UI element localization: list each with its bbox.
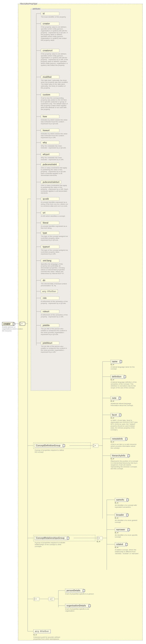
- card: 0..∞: [111, 364, 114, 366]
- attr-id[interactable]: id: [41, 12, 59, 15]
- attr-xmllang[interactable]: xml:lang: [41, 259, 59, 262]
- attr-roleuri[interactable]: roleuri: [41, 310, 59, 313]
- el-name[interactable]: name+: [111, 360, 121, 363]
- attr-pubconstrainturi[interactable]: pubconstrainturi: [41, 180, 61, 184]
- choice-spine: [58, 590, 59, 607]
- desc: A set of properties specific to an organ…: [65, 608, 97, 612]
- card: 0..∞: [111, 417, 114, 419]
- root-element-creator[interactable]: creator −: [2, 322, 14, 326]
- desc: A related concept, where the relationshi…: [115, 549, 142, 554]
- expand-icon[interactable]: +: [126, 514, 128, 516]
- el-remoteinfo[interactable]: remoteInfo+: [111, 437, 126, 440]
- attr-dir[interactable]: dir: [41, 278, 59, 282]
- group-concept-definition[interactable]: ConceptDefinitionGroup −: [35, 444, 64, 447]
- el-broader[interactable]: broader+: [115, 513, 127, 517]
- attr-custom[interactable]: custom: [41, 93, 59, 96]
- attr-pubconstraint-desc: One or many constraints that apply to pu…: [41, 167, 68, 176]
- attr-type[interactable]: type: [41, 231, 59, 235]
- el-note[interactable]: note+: [111, 396, 120, 400]
- connector: [36, 50, 41, 51]
- expand-icon[interactable]: +: [127, 528, 130, 531]
- attr-dir-desc: The directionality of textual content (e…: [41, 283, 68, 286]
- expand-icon[interactable]: +: [126, 498, 129, 501]
- el-organisationdetails[interactable]: organisationDetails+: [65, 604, 90, 608]
- connector: [36, 223, 41, 223]
- any-other-element[interactable]: any ##other: [34, 630, 51, 633]
- desc: An identifier of a concept with equivale…: [115, 504, 142, 508]
- attr-why[interactable]: why: [41, 141, 59, 144]
- el-related[interactable]: related+: [115, 542, 127, 546]
- attr-howuri[interactable]: howuri: [41, 128, 59, 132]
- attributes-heading: attributes: [32, 8, 41, 10]
- attr-qcode[interactable]: qcode: [41, 197, 59, 201]
- expand-icon[interactable]: +: [83, 589, 85, 592]
- main-sequence: [19, 322, 25, 326]
- connector: [36, 94, 41, 95]
- attr-jobtitleuri[interactable]: jobtitleuri: [41, 341, 59, 345]
- details-choice: [48, 597, 54, 601]
- attr-whyuri-desc: Why the metadata has been included - exp…: [41, 157, 68, 160]
- attr-jobtitle-desc: The job title of the person who created …: [41, 328, 68, 335]
- desc: An identifier of a more specific concept…: [115, 534, 142, 538]
- el-definition[interactable]: definition+: [111, 375, 125, 378]
- collapse-icon[interactable]: −: [63, 444, 65, 447]
- connector: [28, 446, 34, 446]
- desc: Represents the position of a concept in …: [111, 460, 138, 470]
- connector: [28, 631, 34, 632]
- el-hierarchyinfo[interactable]: hierarchyInfo+: [111, 454, 129, 458]
- attr-creatoruri[interactable]: creatoruri: [41, 49, 59, 52]
- expand-icon[interactable]: +: [127, 454, 130, 457]
- cr-sequence: [97, 536, 103, 540]
- details-sequence: [34, 597, 39, 601]
- connector: [36, 164, 41, 164]
- expand-icon[interactable]: +: [124, 376, 126, 378]
- expand-icon[interactable]: +: [88, 604, 91, 607]
- connector: [36, 130, 41, 130]
- attr-modified-desc: The date (and, optionally, the time) whe…: [41, 80, 68, 89]
- connector: [36, 142, 41, 143]
- connector: [107, 515, 115, 515]
- attr-roleuri-desc: A refinement of the semantics of the pro…: [41, 314, 68, 318]
- attr-jobtitle[interactable]: jobtitle: [41, 324, 59, 327]
- card: 0..∞: [34, 634, 37, 636]
- attr-creator[interactable]: creator: [41, 22, 59, 26]
- el-sameas[interactable]: sameAs+: [115, 498, 128, 502]
- attr-typeuri[interactable]: typeuri: [41, 245, 59, 248]
- attr-modified[interactable]: modified: [41, 75, 59, 79]
- connector: [102, 415, 111, 415]
- attr-role[interactable]: role: [41, 296, 59, 300]
- el-narrower[interactable]: narrower+: [115, 528, 129, 532]
- connector: [102, 376, 111, 377]
- desc: In NAR 1.8 and later, facet is deprecate…: [111, 420, 138, 431]
- connector: [36, 14, 41, 14]
- expand-icon[interactable]: +: [125, 438, 127, 440]
- attr-any-other[interactable]: any ##other: [41, 290, 58, 293]
- connector: [39, 599, 48, 599]
- collapse-icon[interactable]: −: [67, 537, 69, 539]
- attr-pubconstraint[interactable]: pubconstraint: [41, 163, 59, 166]
- connector: [36, 233, 41, 233]
- expand-icon[interactable]: +: [119, 397, 121, 399]
- attr-literal[interactable]: literal: [41, 221, 59, 224]
- connector: [14, 324, 19, 324]
- group-desc: A group of properties required to define…: [35, 449, 66, 453]
- connector: [102, 439, 111, 439]
- connector: [98, 446, 102, 446]
- expand-icon[interactable]: +: [120, 360, 122, 363]
- collapse-icon[interactable]: −: [13, 323, 15, 325]
- connector: [25, 324, 28, 324]
- expand-icon[interactable]: +: [119, 414, 121, 416]
- attr-qcode-desc: A concept identifier expressed as a stri…: [41, 201, 68, 207]
- group-concept-relationships[interactable]: ConceptRelationshipsGroup −: [35, 536, 68, 540]
- attr-whyuri[interactable]: whyuri: [41, 152, 59, 156]
- connector: [36, 247, 41, 247]
- el-facet[interactable]: facet+: [111, 413, 120, 417]
- attr-uri-desc: A URI which identifies a concept.: [41, 215, 68, 217]
- attr-uri[interactable]: uri: [41, 211, 59, 214]
- attr-custom-desc: If set to true the corresponding propert…: [41, 97, 68, 110]
- attr-how[interactable]: how: [41, 115, 59, 118]
- expand-icon[interactable]: +: [125, 543, 128, 546]
- attr-creatoruri-desc: If the property value is not defined, sp…: [41, 53, 68, 66]
- el-persondetails[interactable]: personDetails+: [65, 589, 84, 592]
- connector: [107, 530, 115, 530]
